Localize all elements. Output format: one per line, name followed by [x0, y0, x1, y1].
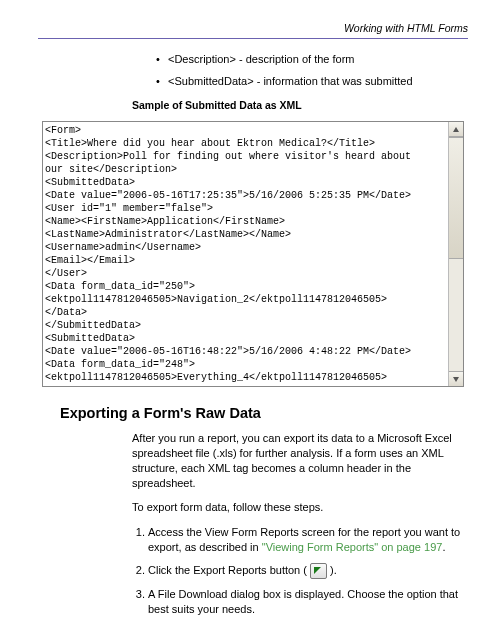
- bullet-tag: <Description>: [168, 53, 236, 65]
- code-sample-box: <Form> <Title>Where did you hear about E…: [42, 121, 464, 387]
- section-heading: Exporting a Form's Raw Data: [60, 405, 468, 421]
- step-text: ).: [327, 564, 337, 576]
- bullet-item: <Description> - description of the form: [156, 53, 468, 65]
- scroll-up-button[interactable]: [449, 122, 463, 137]
- sample-heading: Sample of Submitted Data as XML: [132, 99, 468, 111]
- chevron-down-icon: [453, 377, 459, 382]
- scrollbar-thumb[interactable]: [449, 137, 463, 259]
- bullet-text: - description of the form: [236, 53, 355, 65]
- numbered-steps: Access the View Form Reports screen for …: [132, 525, 468, 616]
- step-text: .: [442, 541, 445, 553]
- code-sample-wrap: <Form> <Title>Where did you hear about E…: [42, 121, 464, 387]
- header-rule: [38, 38, 468, 39]
- list-item: A File Download dialog box is displayed.…: [148, 587, 468, 617]
- vertical-scrollbar[interactable]: [448, 122, 464, 386]
- step-text: A File Download dialog box is displayed.…: [148, 588, 458, 615]
- bullet-tag: <SubmittedData>: [168, 75, 254, 87]
- bullet-item: <SubmittedData> - information that was s…: [156, 75, 468, 87]
- scroll-down-button[interactable]: [449, 371, 463, 386]
- bullet-list: <Description> - description of the form …: [156, 53, 468, 87]
- body-paragraph: After you run a report, you can export i…: [132, 431, 468, 490]
- chevron-up-icon: [453, 127, 459, 132]
- document-page: Working with HTML Forms <Description> - …: [0, 0, 500, 633]
- page-header-title: Working with HTML Forms: [38, 22, 468, 34]
- cross-reference-link[interactable]: "Viewing Form Reports" on page 197: [262, 541, 443, 553]
- list-item: Click the Export Reports button ( ).: [148, 563, 468, 579]
- body-paragraph: To export form data, follow these steps.: [132, 500, 468, 515]
- code-sample-content: <Form> <Title>Where did you hear about E…: [45, 124, 464, 384]
- list-item: Access the View Form Reports screen for …: [148, 525, 468, 555]
- bullet-text: - information that was submitted: [254, 75, 413, 87]
- export-reports-icon: [310, 563, 327, 579]
- step-text: Click the Export Reports button (: [148, 564, 310, 576]
